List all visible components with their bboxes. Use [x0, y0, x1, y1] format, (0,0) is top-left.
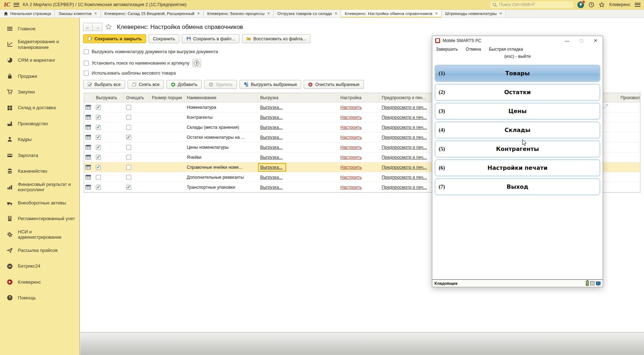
upload-checkbox[interactable]: ✓ — [96, 105, 101, 110]
upload-link[interactable]: Выгрузка... — [260, 115, 283, 120]
restore-from-file-button[interactable]: Восстановить из файла... — [242, 34, 311, 43]
upload-link[interactable]: Выгрузка... — [260, 145, 283, 150]
upload-link[interactable]: Выгрузка... — [260, 105, 283, 110]
notifications-button[interactable] — [577, 1, 584, 8]
option-checkbox-search-by-name[interactable] — [84, 61, 89, 66]
sidebar-item-nsi-administrirovanie[interactable]: НСИ и администрирование — [0, 227, 79, 242]
clear-checkbox[interactable] — [126, 155, 131, 160]
tab-sklad-15[interactable]: Клеверенс: Склад 15 Вещевой, Расширенный… — [101, 10, 204, 17]
back-button[interactable]: ← — [83, 23, 93, 31]
close-button[interactable]: × — [588, 36, 603, 45]
close-icon[interactable]: × — [334, 11, 337, 16]
preview-link[interactable]: Предпросмотр и печ... — [382, 105, 427, 110]
preview-link[interactable]: Предпросмотр и печ... — [382, 145, 427, 150]
preview-link[interactable]: Предпросмотр и печ... — [382, 115, 427, 120]
search-input[interactable] — [499, 2, 571, 7]
col-razmer-porcii[interactable]: Размер порции — [149, 93, 184, 102]
export-selected-button[interactable]: Выгрузить выбранные — [239, 80, 302, 89]
upload-checkbox[interactable] — [96, 175, 101, 180]
upload-checkbox[interactable]: ✓ — [96, 115, 101, 120]
upload-checkbox[interactable]: ✓ — [96, 185, 101, 190]
upload-checkbox[interactable]: ✓ — [96, 135, 101, 140]
menu-otmena[interactable]: Отмена — [466, 47, 481, 52]
sidebar-item-bitrix24[interactable]: 24Битрикс24 — [0, 258, 79, 274]
col-nastroyka[interactable]: Настройка — [338, 93, 379, 102]
clear-checkbox[interactable]: ✓ — [126, 185, 131, 190]
clear-checkbox[interactable] — [126, 175, 131, 180]
clear-checkbox[interactable]: ✓ — [126, 135, 131, 140]
close-icon[interactable]: × — [196, 11, 200, 16]
close-icon[interactable]: × — [267, 11, 270, 16]
save-close-button[interactable]: Сохранить и закрыть — [83, 34, 146, 43]
settings-menu-icon[interactable] — [635, 3, 640, 7]
configure-link[interactable]: Настроить — [340, 125, 362, 130]
menu-item-kontragenty[interactable]: (5)Контрагенты — [435, 141, 600, 157]
clear-checkbox[interactable] — [126, 165, 131, 170]
close-icon[interactable]: × — [499, 11, 502, 16]
sidebar-item-vneoborotnye-aktivy[interactable]: Внеоборотные активы — [0, 195, 79, 211]
upload-link[interactable]: Выгрузка... — [260, 175, 283, 180]
sidebar-item-zakupki[interactable]: Закупки — [0, 84, 79, 100]
save-to-file-button[interactable]: Сохранить в файл... — [182, 34, 239, 43]
minimize-button[interactable]: — — [560, 36, 574, 45]
upload-link[interactable]: Выгрузка... — [260, 125, 283, 130]
configure-link[interactable]: Настроить — [340, 145, 362, 150]
upload-link[interactable]: Выгрузка... — [260, 155, 283, 160]
configure-link[interactable]: Настроить — [340, 105, 362, 110]
option-checkbox-unload-nomenclature[interactable] — [84, 49, 89, 54]
option-checkbox-weight-templates[interactable] — [84, 71, 89, 76]
preview-link[interactable]: Предпросмотр и печ... — [382, 185, 427, 190]
maximize-button[interactable] — [574, 36, 588, 45]
sidebar-item-zarplata[interactable]: Зарплата — [0, 147, 79, 163]
upload-link[interactable]: Выгрузка... — [260, 165, 283, 170]
add-button[interactable]: Добавить — [166, 80, 202, 89]
col-naimenovanie[interactable]: Наименование — [184, 93, 258, 102]
favorite-star-icon[interactable] — [105, 24, 112, 30]
preview-link[interactable]: Предпросмотр и печ... — [382, 125, 427, 130]
clear-checkbox[interactable] — [126, 125, 131, 130]
sidebar-item-kaznacheystvo[interactable]: Казначейство — [0, 163, 79, 179]
configure-link[interactable]: Настроить — [340, 115, 362, 120]
help-button[interactable]: ? — [192, 59, 201, 67]
upload-checkbox[interactable]: ✓ — [96, 145, 101, 150]
col-vygruzhat[interactable]: Выгружать — [93, 93, 124, 102]
sidebar-item-finansovyy-rezultat[interactable]: Финансовый результат и контроллинг — [0, 179, 79, 195]
preview-link[interactable]: Предпросмотр и печ... — [382, 175, 427, 180]
upload-checkbox[interactable]: ✓ — [96, 125, 101, 130]
preview-link[interactable]: Предпросмотр и печ... — [382, 135, 427, 140]
preview-link[interactable]: Предпросмотр и печ... — [382, 165, 427, 170]
clear-checkbox[interactable] — [126, 145, 131, 150]
menu-item-tovary[interactable]: (1)Товары — [435, 65, 600, 82]
favorites-icon[interactable] — [599, 2, 605, 8]
save-button[interactable]: Сохранить — [149, 34, 179, 43]
tab-home[interactable]: Начальная страница — [0, 10, 55, 17]
configure-link[interactable]: Настроить — [340, 155, 362, 160]
sidebar-item-pomoshch[interactable]: ?Помощь — [0, 290, 79, 306]
close-icon[interactable]: × — [434, 11, 438, 16]
col-vygruzka[interactable]: Выгрузка — [258, 93, 338, 102]
sidebar-item-rassylka-praysov[interactable]: Рассылка прайсов — [0, 242, 79, 258]
upload-checkbox[interactable]: ✓ — [96, 155, 101, 160]
upload-link[interactable]: Выгрузка... — [260, 135, 283, 140]
clear-checkbox[interactable] — [126, 105, 131, 110]
select-all-button[interactable]: Выбрать все — [83, 80, 125, 89]
main-menu-icon[interactable] — [14, 3, 19, 7]
window-titlebar[interactable]: Mobile SMARTS PC — × — [432, 36, 603, 45]
configure-link[interactable]: Настроить — [340, 135, 362, 140]
upload-link[interactable]: Выгрузка... — [260, 185, 283, 190]
menu-item-sklady[interactable]: (4)Склады — [435, 122, 600, 138]
sidebar-item-reglamentirovannyy-uchet[interactable]: Регламентированный учет — [0, 211, 79, 227]
current-user[interactable]: Клеверенс — [609, 2, 630, 7]
clear-selected-button[interactable]: Очистить выбранные — [304, 80, 364, 89]
configure-link[interactable]: Настроить — [340, 185, 362, 190]
deselect-all-button[interactable]: Снять все — [128, 80, 164, 89]
tab-biznes-processy[interactable]: Клеверенс: Бизнес-процессы× — [203, 10, 274, 17]
history-icon[interactable] — [588, 2, 594, 8]
upload-checkbox[interactable]: ✓ — [96, 165, 101, 170]
forward-button[interactable]: → — [93, 23, 102, 31]
sidebar-item-prodazhi[interactable]: Продажи — [0, 68, 79, 84]
menu-item-ostatki[interactable]: (2)Остатки — [435, 84, 600, 101]
sidebar-item-sklad[interactable]: Склад и доставка — [0, 100, 79, 116]
configure-link[interactable]: Настроить — [340, 175, 362, 180]
menu-bystraya-otladka[interactable]: Быстрая отладка — [489, 47, 523, 52]
